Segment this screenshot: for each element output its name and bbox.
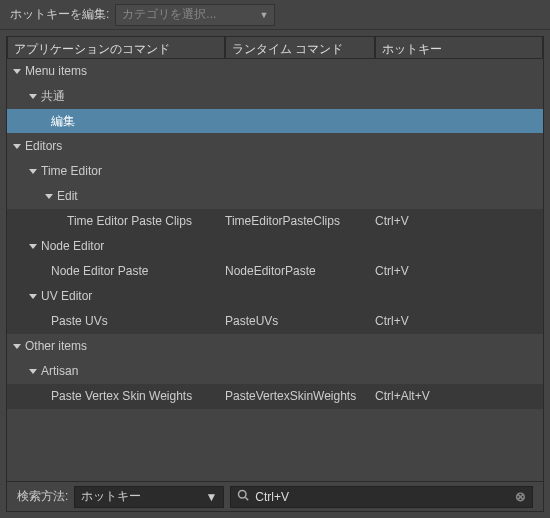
label-menu-items: Menu items (25, 64, 87, 78)
clear-search-icon[interactable]: ⊗ (515, 489, 526, 504)
cmd-hotkey: Ctrl+V (375, 214, 409, 228)
search-icon (237, 489, 249, 504)
top-bar: ホットキーを編集: カテゴリを選択... ▼ (0, 0, 550, 30)
chevron-down-icon (29, 244, 37, 249)
search-method-label: 検索方法: (17, 488, 68, 505)
label-other-items: Other items (25, 339, 87, 353)
svg-point-0 (239, 491, 247, 499)
label-uv-editor: UV Editor (41, 289, 92, 303)
chevron-down-icon: ▼ (205, 490, 217, 504)
cmd-runtime: PasteUVs (225, 314, 278, 328)
label-edit-jp: 編集 (51, 113, 75, 130)
label-node-editor: Node Editor (41, 239, 104, 253)
chevron-down-icon (29, 294, 37, 299)
chevron-down-icon (29, 169, 37, 174)
search-field[interactable]: ⊗ (230, 486, 533, 508)
category-select[interactable]: カテゴリを選択... ▼ (115, 4, 275, 26)
table-header: アプリケーションのコマンド ランタイム コマンド ホットキー (7, 37, 543, 59)
cmd-name: Paste UVs (51, 314, 108, 328)
label-editors: Editors (25, 139, 62, 153)
tree-group-menu-items[interactable]: Menu items (7, 59, 543, 84)
svg-line-1 (246, 497, 249, 500)
label-common: 共通 (41, 88, 65, 105)
col-hotkey[interactable]: ホットキー (375, 37, 543, 58)
tree-group-node-editor[interactable]: Node Editor (7, 234, 543, 259)
tree-group-time-editor[interactable]: Time Editor (7, 159, 543, 184)
tree-group-uv-editor[interactable]: UV Editor (7, 284, 543, 309)
category-placeholder: カテゴリを選択... (122, 6, 216, 23)
tree-item-paste-uvs[interactable]: Paste UVs PasteUVs Ctrl+V (7, 309, 543, 334)
chevron-down-icon: ▼ (259, 10, 268, 20)
cmd-runtime: NodeEditorPaste (225, 264, 316, 278)
chevron-down-icon (13, 69, 21, 74)
tree-group-editors[interactable]: Editors (7, 134, 543, 159)
search-input[interactable] (253, 489, 511, 505)
chevron-down-icon (13, 344, 21, 349)
hotkey-panel: アプリケーションのコマンド ランタイム コマンド ホットキー Menu item… (6, 36, 544, 512)
command-tree[interactable]: Menu items 共通 編集 Editors Time Editor Edi… (7, 59, 543, 481)
cmd-runtime: TimeEditorPasteClips (225, 214, 340, 228)
tree-item-te-paste-clips[interactable]: Time Editor Paste Clips TimeEditorPasteC… (7, 209, 543, 234)
tree-item-ne-paste[interactable]: Node Editor Paste NodeEditorPaste Ctrl+V (7, 259, 543, 284)
tree-item-edit-jp[interactable]: 編集 (7, 109, 543, 134)
cmd-name: Node Editor Paste (51, 264, 148, 278)
search-mode-value: ホットキー (81, 488, 141, 505)
cmd-name: Paste Vertex Skin Weights (51, 389, 192, 403)
cmd-hotkey: Ctrl+Alt+V (375, 389, 430, 403)
chevron-down-icon (13, 144, 21, 149)
chevron-down-icon (45, 194, 53, 199)
search-mode-select[interactable]: ホットキー ▼ (74, 486, 224, 508)
search-bar: 検索方法: ホットキー ▼ ⊗ (7, 481, 543, 511)
tree-group-common[interactable]: 共通 (7, 84, 543, 109)
chevron-down-icon (29, 369, 37, 374)
tree-group-other-items[interactable]: Other items (7, 334, 543, 359)
chevron-down-icon (29, 94, 37, 99)
tree-group-edit[interactable]: Edit (7, 184, 543, 209)
cmd-name: Time Editor Paste Clips (67, 214, 192, 228)
label-edit: Edit (57, 189, 78, 203)
cmd-hotkey: Ctrl+V (375, 264, 409, 278)
tree-group-artisan[interactable]: Artisan (7, 359, 543, 384)
edit-hotkey-label: ホットキーを編集: (10, 6, 109, 23)
cmd-runtime: PasteVertexSkinWeights (225, 389, 356, 403)
tree-item-paste-vsw[interactable]: Paste Vertex Skin Weights PasteVertexSki… (7, 384, 543, 409)
cmd-hotkey: Ctrl+V (375, 314, 409, 328)
label-artisan: Artisan (41, 364, 78, 378)
label-time-editor: Time Editor (41, 164, 102, 178)
col-runtime-command[interactable]: ランタイム コマンド (225, 37, 375, 58)
col-app-command[interactable]: アプリケーションのコマンド (7, 37, 225, 58)
